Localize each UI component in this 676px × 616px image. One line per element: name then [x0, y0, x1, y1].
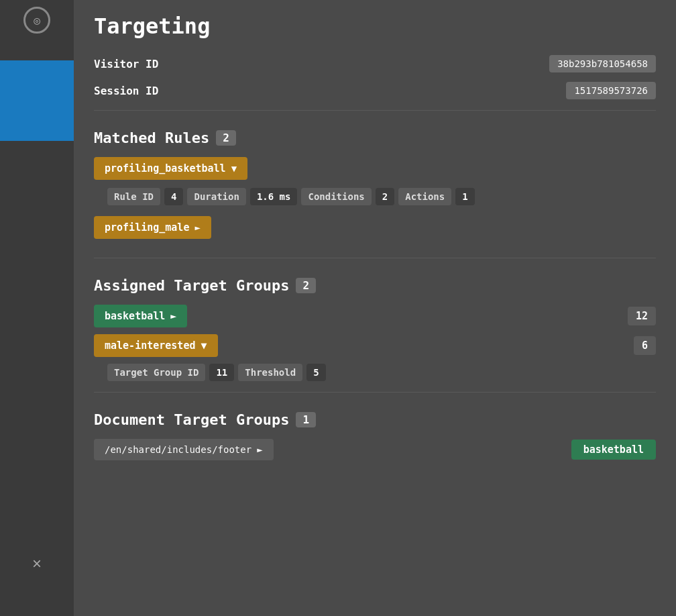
rule-basketball-arrow: ▼ [231, 163, 237, 174]
actions-label: Actions [398, 188, 451, 205]
assigned-groups-title: Assigned Target Groups [94, 277, 289, 294]
doc-groups-title: Document Target Groups [94, 411, 289, 428]
male-interested-group-button[interactable]: male-interested ▼ [94, 334, 218, 357]
threshold-value: 5 [306, 364, 325, 381]
session-id-label: Session ID [94, 85, 158, 97]
main-panel: Targeting Visitor ID 38b293b781054658 Se… [74, 0, 676, 616]
actions-value: 1 [455, 188, 474, 205]
rule-id-value: 4 [164, 188, 183, 205]
rule-profiling-male: profiling_male ► [94, 216, 656, 247]
divider-3 [94, 392, 656, 393]
rule-male-name: profiling_male [105, 221, 189, 234]
session-id-row: Session ID 1517589573726 [94, 82, 656, 99]
doc-path-button[interactable]: /en/shared/includes/footer ► [94, 439, 274, 460]
threshold-label: Threshold [238, 364, 302, 381]
duration-label: Duration [187, 188, 245, 205]
rule-basketball-button[interactable]: profiling_basketball ▼ [94, 157, 247, 180]
visitor-id-label: Visitor ID [94, 58, 158, 70]
conditions-value: 2 [376, 188, 394, 205]
basketball-group-name: basketball [105, 310, 165, 322]
basketball-group-arrow: ► [170, 310, 176, 322]
basketball-group-row: basketball ► 12 [94, 305, 656, 327]
male-interested-group-row: male-interested ▼ 6 [94, 334, 656, 357]
rule-profiling-basketball: profiling_basketball ▼ Rule ID 4 Duratio… [94, 157, 656, 205]
left-sidebar: ◎ × [0, 0, 74, 616]
close-button[interactable]: × [25, 552, 49, 576]
target-group-id-value: 11 [209, 364, 234, 381]
matched-rules-header: Matched Rules 2 [94, 130, 656, 146]
conditions-label: Conditions [301, 188, 371, 205]
sidebar-icon: ◎ [23, 7, 50, 34]
male-interested-group: male-interested ▼ 6 Target Group ID 11 T… [94, 334, 656, 381]
rule-male-arrow: ► [194, 222, 200, 233]
doc-groups-count: 1 [296, 412, 316, 427]
visitor-id-row: Visitor ID 38b293b781054658 [94, 55, 656, 72]
doc-path-text: /en/shared/includes/footer [105, 444, 251, 455]
duration-value: 1.6 ms [250, 188, 298, 205]
rule-basketball-meta: Rule ID 4 Duration 1.6 ms Conditions 2 A… [107, 188, 656, 205]
male-interested-meta: Target Group ID 11 Threshold 5 [107, 364, 656, 381]
male-interested-group-number: 6 [634, 336, 656, 355]
rule-basketball-name: profiling_basketball [105, 162, 226, 174]
sidebar-blue-block [0, 60, 74, 141]
matched-rules-count: 2 [216, 130, 236, 146]
divider-2 [94, 258, 656, 258]
basketball-group-number: 12 [628, 307, 656, 325]
doc-group-badge: basketball [571, 440, 656, 460]
assigned-groups-count: 2 [296, 278, 316, 293]
rule-id-label: Rule ID [107, 188, 160, 205]
male-interested-group-arrow: ▼ [201, 340, 207, 352]
target-group-id-label: Target Group ID [107, 364, 205, 381]
assigned-groups-header: Assigned Target Groups 2 [94, 277, 656, 294]
page-title: Targeting [94, 13, 656, 39]
basketball-group-button[interactable]: basketball ► [94, 305, 187, 327]
doc-path-arrow: ► [257, 444, 262, 455]
rule-male-button[interactable]: profiling_male ► [94, 216, 211, 239]
session-id-value: 1517589573726 [566, 82, 656, 99]
divider-1 [94, 110, 656, 111]
doc-group-footer-row: /en/shared/includes/footer ► basketball [94, 439, 656, 460]
doc-groups-header: Document Target Groups 1 [94, 411, 656, 428]
male-interested-group-name: male-interested [105, 340, 195, 352]
matched-rules-title: Matched Rules [94, 130, 209, 146]
visitor-id-value: 38b293b781054658 [549, 55, 656, 72]
